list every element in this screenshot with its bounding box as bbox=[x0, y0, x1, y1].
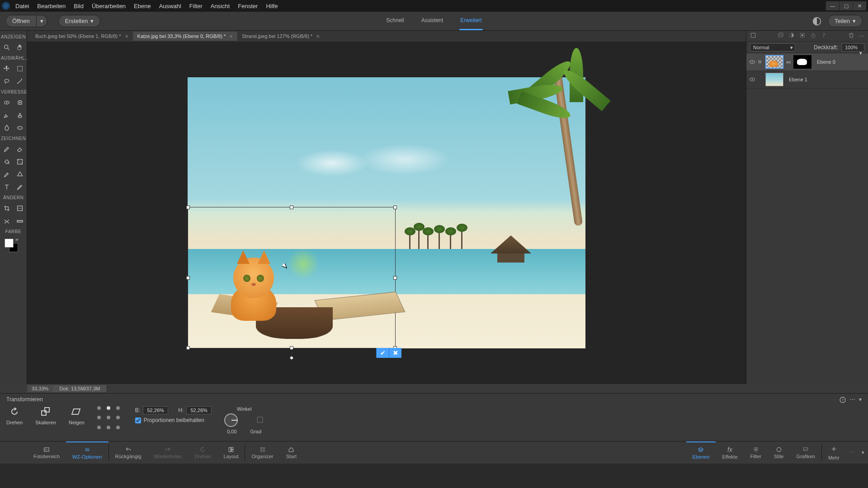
constrain-checkbox-row[interactable]: Proportionen beibehalten bbox=[135, 417, 212, 423]
styles-tab[interactable]: Stile bbox=[768, 441, 790, 464]
sponge-tool-icon[interactable] bbox=[14, 122, 27, 134]
menu-select[interactable]: Auswahl bbox=[159, 3, 181, 9]
close-icon[interactable]: ✕ bbox=[316, 34, 320, 39]
new-layer-icon[interactable] bbox=[750, 32, 756, 40]
handle-top-right[interactable] bbox=[393, 206, 397, 209]
close-icon[interactable]: ✕ bbox=[125, 34, 128, 39]
layer-group-icon[interactable] bbox=[778, 32, 784, 40]
redo-button[interactable]: Wiederholen bbox=[148, 441, 189, 464]
zoom-readout[interactable]: 33,33% bbox=[27, 385, 53, 392]
visibility-toggle-icon[interactable] bbox=[749, 76, 755, 83]
transform-selection[interactable]: ✔ ✖ bbox=[188, 207, 396, 348]
layer-thumbnail[interactable] bbox=[765, 73, 783, 86]
collapse-right-icon[interactable]: ▾ bbox=[858, 441, 868, 464]
blur-tool-icon[interactable] bbox=[0, 122, 14, 134]
redeye-tool-icon[interactable] bbox=[0, 96, 14, 109]
mode-expert[interactable]: Erweitert bbox=[459, 12, 482, 30]
lock-icon[interactable] bbox=[810, 32, 816, 40]
color-swatches[interactable]: ⇄ bbox=[0, 236, 27, 250]
more-menu-icon[interactable]: ⋯ bbox=[846, 441, 858, 464]
recompose-tool-icon[interactable] bbox=[14, 202, 27, 215]
menu-view[interactable]: Ansicht bbox=[211, 3, 230, 9]
constrain-checkbox[interactable] bbox=[135, 418, 141, 423]
menu-enhance[interactable]: Überarbeiten bbox=[92, 3, 126, 9]
menu-file[interactable]: Datei bbox=[15, 3, 29, 9]
mode-quick[interactable]: Schnell bbox=[385, 12, 405, 30]
brush-tool-icon[interactable] bbox=[0, 143, 14, 155]
help-icon[interactable]: ? bbox=[839, 396, 846, 405]
text-tool-icon[interactable] bbox=[0, 181, 14, 193]
rotate-mode[interactable]: Drehen bbox=[6, 406, 23, 425]
skew-mode[interactable]: Neigen bbox=[69, 406, 85, 425]
create-button[interactable]: Erstellen▾ bbox=[58, 15, 101, 27]
rotate-button[interactable]: Drehen bbox=[188, 441, 217, 464]
spot-heal-tool-icon[interactable] bbox=[14, 96, 27, 109]
undo-button[interactable]: Rückgängig bbox=[109, 441, 148, 464]
menu-image[interactable]: Bild bbox=[74, 3, 84, 9]
more-icon[interactable]: ⋯ bbox=[850, 396, 855, 405]
photobin-tab[interactable]: Fotobereich bbox=[27, 441, 66, 464]
layer-row-1[interactable]: Ebene 1 bbox=[746, 71, 868, 89]
shape-tool-icon[interactable] bbox=[14, 168, 27, 181]
eraser-tool-icon[interactable] bbox=[14, 143, 27, 155]
menu-filter[interactable]: Filter bbox=[189, 3, 203, 9]
lasso-tool-icon[interactable] bbox=[0, 75, 14, 88]
hand-tool-icon[interactable] bbox=[14, 41, 27, 54]
rotate-handle[interactable] bbox=[290, 356, 293, 360]
mode-guided[interactable]: Assistent bbox=[420, 12, 444, 30]
zoom-tool-icon[interactable] bbox=[0, 41, 14, 54]
handle-bot-left[interactable] bbox=[186, 346, 190, 350]
home-button[interactable]: Start bbox=[280, 441, 303, 464]
doc-tab-0[interactable]: Buch.jpeg bei 50% (Ebene 1, RGB/8) *✕ bbox=[31, 32, 133, 41]
doc-tab-2[interactable]: Strand.jpeg bei 127% (RGB/8) *✕ bbox=[237, 32, 324, 41]
pencil-tool-icon[interactable] bbox=[14, 181, 27, 193]
layer-row-0[interactable]: ⧉ ⋈ Ebene 0 bbox=[746, 53, 868, 71]
cancel-button[interactable]: ✖ bbox=[389, 348, 401, 358]
close-button[interactable]: ✕ bbox=[853, 1, 866, 10]
width-input[interactable] bbox=[143, 406, 168, 414]
menu-window[interactable]: Fenster bbox=[238, 3, 258, 9]
reference-point-grid[interactable] bbox=[97, 406, 123, 432]
fill-tool-icon[interactable] bbox=[0, 155, 14, 168]
marquee-tool-icon[interactable] bbox=[14, 62, 27, 75]
panel-menu-icon[interactable]: ⋯ bbox=[859, 33, 864, 39]
mask-icon[interactable] bbox=[799, 32, 806, 40]
smart-brush-tool-icon[interactable] bbox=[0, 109, 14, 122]
menu-edit[interactable]: Bearbeiten bbox=[37, 3, 66, 9]
mask-link-icon[interactable]: ⋈ bbox=[786, 60, 791, 65]
graphics-tab[interactable]: Grafiken bbox=[790, 441, 821, 464]
layer-mask-thumbnail[interactable] bbox=[793, 55, 811, 69]
move-tool-icon[interactable] bbox=[0, 62, 14, 75]
link-icon[interactable]: ⧉ bbox=[758, 59, 763, 65]
collapse-icon[interactable]: ▾ bbox=[859, 396, 862, 405]
eyedropper-tool-icon[interactable] bbox=[0, 168, 14, 181]
doc-tab-1[interactable]: Katze.jpg bei 33,3% (Ebene 0, RGB/8) *✕ bbox=[133, 32, 238, 41]
layers-tab[interactable]: Ebenen bbox=[686, 441, 716, 464]
handle-top-mid[interactable] bbox=[290, 206, 293, 209]
height-input[interactable] bbox=[186, 406, 212, 414]
share-button[interactable]: Teilen▾ bbox=[828, 15, 863, 27]
organizer-button[interactable]: Organizer bbox=[245, 441, 279, 464]
close-icon[interactable]: ✕ bbox=[229, 34, 233, 39]
commit-button[interactable]: ✔ bbox=[376, 348, 389, 358]
gradient-tool-icon[interactable] bbox=[14, 155, 27, 168]
clone-tool-icon[interactable] bbox=[14, 109, 27, 122]
wand-tool-icon[interactable] bbox=[14, 75, 27, 88]
blend-mode-select[interactable]: Normal ▾ bbox=[750, 43, 795, 52]
canvas[interactable]: ✔ ✖ bbox=[188, 77, 585, 348]
swap-colors-icon[interactable]: ⇄ bbox=[15, 238, 19, 242]
crop-tool-icon[interactable] bbox=[0, 202, 14, 215]
toolopts-tab[interactable]: WZ-Optionen bbox=[66, 441, 108, 464]
straighten-tool-icon[interactable] bbox=[14, 215, 27, 227]
opacity-input[interactable]: 100% ▾ bbox=[842, 43, 864, 52]
filters-tab[interactable]: Filter bbox=[744, 441, 768, 464]
handle-mid-right[interactable] bbox=[393, 276, 397, 280]
foreground-color[interactable] bbox=[5, 239, 14, 248]
maximize-button[interactable]: ▢ bbox=[839, 1, 853, 10]
fx-icon[interactable] bbox=[821, 32, 827, 40]
handle-mid-left[interactable] bbox=[186, 276, 190, 280]
menu-layer[interactable]: Ebene bbox=[134, 3, 151, 9]
trash-icon[interactable] bbox=[848, 32, 854, 40]
adjustment-layer-icon[interactable] bbox=[788, 32, 795, 40]
angle-dial[interactable] bbox=[224, 413, 238, 427]
